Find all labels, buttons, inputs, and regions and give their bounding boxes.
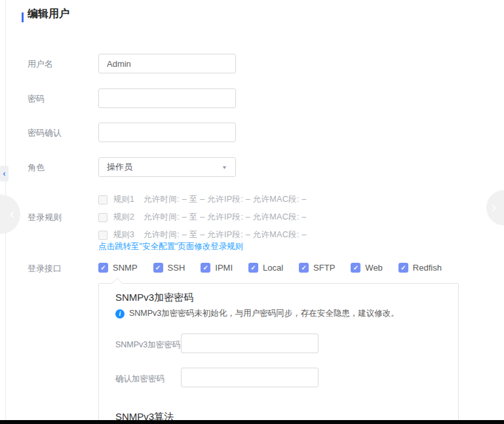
checkbox-checked-icon[interactable]: ✓ bbox=[299, 263, 309, 273]
snmpv3-confirm-input[interactable] bbox=[181, 368, 319, 387]
interface-option-label: SFTP bbox=[313, 263, 335, 273]
rule1-checkbox[interactable] bbox=[98, 195, 107, 204]
snmpv3-confirm-label: 确认加密密码 bbox=[115, 374, 165, 385]
rule-name: 规则2 bbox=[113, 212, 134, 223]
password-input[interactable] bbox=[98, 88, 236, 108]
rule2-checkbox[interactable] bbox=[98, 213, 107, 222]
snmpv3-info-text: SNMPv3加密密码未初始化，与用户密码同步，存在安全隐患，建议修改。 bbox=[129, 308, 399, 319]
login-rule-row: 规则3 允许时间: – 至 – 允许IP段: – 允许MAC段: – bbox=[98, 229, 307, 241]
bottom-black-bar bbox=[0, 420, 504, 424]
role-selected-value: 操作员 bbox=[107, 161, 132, 173]
role-label: 角色 bbox=[28, 163, 45, 172]
checkbox-checked-icon[interactable]: ✓ bbox=[398, 263, 408, 273]
password-label: 密码 bbox=[28, 94, 45, 104]
snmpv3-password-label: SNMPv3加密密码 bbox=[115, 339, 180, 351]
interface-option-label: Local bbox=[263, 263, 283, 273]
checkbox-checked-icon[interactable]: ✓ bbox=[98, 263, 108, 273]
login-rule-row: 规则1 允许时间: – 至 – 允许IP段: – 允许MAC段: – bbox=[98, 194, 307, 205]
interface-option-snmp[interactable]: ✓ SNMP bbox=[98, 263, 138, 273]
security-config-link[interactable]: 点击跳转至"安全配置"页面修改登录规则 bbox=[98, 241, 243, 252]
panel-notch-fill bbox=[112, 279, 123, 284]
chevron-down-icon: ▼ bbox=[222, 164, 227, 170]
snmpv3-password-input[interactable] bbox=[181, 334, 319, 353]
next-page-arrow[interactable]: › bbox=[486, 190, 504, 225]
password-confirm-input[interactable] bbox=[98, 123, 236, 142]
username-label: 用户名 bbox=[28, 59, 53, 69]
login-interfaces-group: ✓ SNMP ✓ SSH ✓ IPMI ✓ Local ✓ SFTP ✓ Web… bbox=[98, 263, 442, 273]
rule-detail: 允许时间: – 至 – 允许IP段: – 允许MAC段: – bbox=[144, 194, 307, 205]
chevron-left-icon: ‹ bbox=[3, 170, 6, 178]
page-title: 编辑用户 bbox=[28, 7, 69, 21]
password-confirm-label: 密码确认 bbox=[28, 128, 62, 138]
interface-option-local[interactable]: ✓ Local bbox=[248, 263, 283, 273]
chevron-left-icon: ‹ bbox=[10, 207, 14, 222]
role-select[interactable]: 操作员 ▼ bbox=[98, 157, 236, 177]
info-icon: i bbox=[115, 309, 125, 318]
checkbox-checked-icon[interactable]: ✓ bbox=[201, 263, 210, 273]
checkbox-checked-icon[interactable]: ✓ bbox=[153, 263, 163, 273]
collapse-sidebar-button[interactable]: ‹ bbox=[0, 166, 9, 182]
chevron-right-icon: › bbox=[492, 201, 496, 215]
interface-option-web[interactable]: ✓ Web bbox=[351, 263, 383, 273]
snmpv3-panel-title: SNMPv3加密密码 bbox=[115, 292, 193, 304]
interface-option-label: Web bbox=[365, 263, 383, 273]
interface-option-label: Redfish bbox=[413, 263, 442, 273]
interface-option-sftp[interactable]: ✓ SFTP bbox=[299, 263, 335, 273]
interface-option-label: SNMP bbox=[113, 263, 138, 273]
username-input[interactable] bbox=[98, 54, 236, 73]
rule-name: 规则3 bbox=[113, 229, 134, 241]
rule-detail: 允许时间: – 至 – 允许IP段: – 允许MAC段: – bbox=[144, 212, 307, 223]
rule-detail: 允许时间: – 至 – 允许IP段: – 允许MAC段: – bbox=[144, 229, 307, 241]
rule3-checkbox[interactable] bbox=[98, 231, 107, 240]
title-accent-bar bbox=[22, 12, 24, 22]
snmpv3-info-row: i SNMPv3加密密码未初始化，与用户密码同步，存在安全隐患，建议修改。 bbox=[115, 308, 399, 319]
login-rule-row: 规则2 允许时间: – 至 – 允许IP段: – 允许MAC段: – bbox=[98, 212, 307, 223]
interface-option-redfish[interactable]: ✓ Redfish bbox=[398, 263, 442, 273]
edit-user-page: ‹ ‹ › 编辑用户 用户名 密码 密码确认 角色 操作员 ▼ 登录规则 规则1… bbox=[0, 0, 504, 424]
login-interfaces-label: 登录接口 bbox=[28, 263, 62, 273]
interface-option-label: SSH bbox=[168, 263, 185, 273]
snmpv3-panel: SNMPv3加密密码 i SNMPv3加密密码未初始化，与用户密码同步，存在安全… bbox=[98, 283, 459, 424]
rule-name: 规则1 bbox=[113, 194, 134, 205]
checkbox-checked-icon[interactable]: ✓ bbox=[248, 263, 258, 273]
checkbox-checked-icon[interactable]: ✓ bbox=[351, 263, 360, 273]
interface-option-label: IPMI bbox=[215, 263, 233, 273]
login-rules-label: 登录规则 bbox=[28, 212, 62, 222]
interface-option-ipmi[interactable]: ✓ IPMI bbox=[201, 263, 233, 273]
prev-page-arrow[interactable]: ‹ bbox=[0, 195, 20, 234]
interface-option-ssh[interactable]: ✓ SSH bbox=[153, 263, 185, 273]
